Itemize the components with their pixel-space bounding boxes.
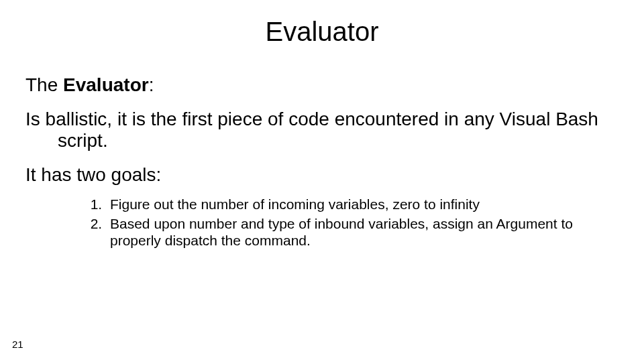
list-item: Based upon number and type of inbound va… bbox=[106, 215, 604, 249]
intro-line: The Evaluator: bbox=[25, 74, 604, 97]
steps-list: Figure out the number of incoming variab… bbox=[25, 196, 604, 249]
slide-title: Evaluator bbox=[0, 17, 644, 47]
description-text: Is ballistic, it is the first piece of c… bbox=[25, 109, 604, 152]
intro-suffix: : bbox=[149, 74, 154, 95]
slide-body: The Evaluator: Is ballistic, it is the f… bbox=[25, 74, 604, 251]
goals-label: It has two goals: bbox=[25, 164, 604, 186]
list-item: Figure out the number of incoming variab… bbox=[106, 196, 604, 213]
intro-prefix: The bbox=[25, 74, 63, 95]
page-number: 21 bbox=[12, 339, 23, 350]
intro-bold: Evaluator bbox=[63, 74, 149, 95]
description: Is ballistic, it is the first piece of c… bbox=[25, 109, 604, 152]
slide: Evaluator The Evaluator: Is ballistic, i… bbox=[0, 0, 644, 362]
